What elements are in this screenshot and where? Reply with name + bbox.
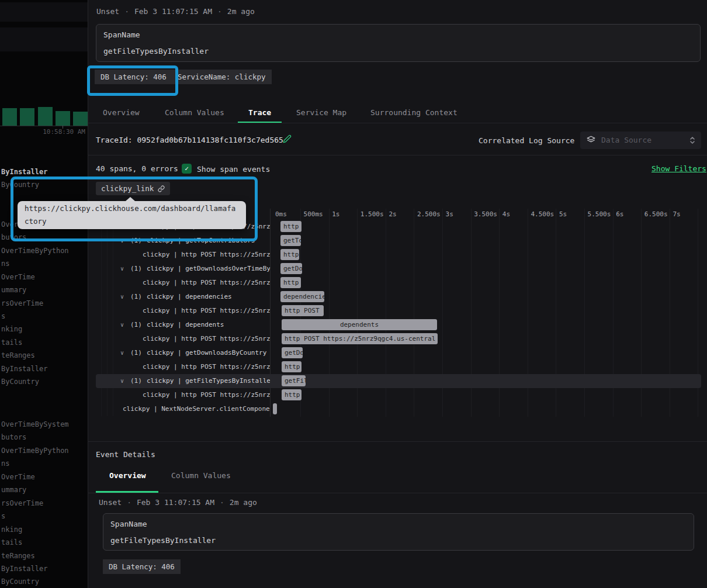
tooltip-url-line1: https://clickpy.clickhouse.com/dashboard… [25,202,239,215]
span-duration-bar[interactable]: getDownloadsByCountry [282,347,303,358]
tab-service-map[interactable]: Service Map [296,108,346,117]
tab-overview-bottom[interactable]: Overview [109,471,146,480]
background-list-item: OverTimeBySystem [1,420,69,428]
span-name: clickpy | dependents [147,318,270,332]
span-child-count: (1) [130,374,142,388]
span-duration-bar[interactable]: dependents [282,319,437,330]
span-name: clickpy | NextNodeServer.clientComponent… [123,402,270,416]
span-row[interactable]: clickpy | NextNodeServer.clientComponent… [96,402,701,416]
timeline-tick-label: 2.500s [417,210,441,218]
span-child-count: (1) [130,346,142,360]
show-span-events-label[interactable]: Show span events [197,165,270,174]
timeline-tick-label: 500ms [304,210,323,218]
chevron-down-icon[interactable]: ∨ [120,290,124,304]
span-row[interactable]: clickpy | http POST https://z5nrz9qgc4.u… [96,304,701,318]
tab-surrounding-context[interactable]: Surrounding Context [370,108,458,117]
severity-label: Unset [96,7,119,16]
span-row[interactable]: clickpy | http POST https://z5nrz9qgc4.u… [96,388,701,402]
span-name-key: SpanName [110,520,147,528]
background-list-item: ByCountry [1,577,39,586]
span-duration-bar[interactable]: getDownloadsOverTimeBySystem [280,263,302,274]
span-child-count: (1) [130,318,142,332]
chevron-down-icon[interactable]: ∨ [120,346,124,360]
trace-id-label: TraceId: [96,136,133,144]
span-duration-bar[interactable]: getFileTypesByInstaller [282,375,306,386]
show-filters-link[interactable]: Show Filters [651,164,706,173]
background-list-item: OverTimeByPython [1,447,69,455]
span-duration-bar[interactable] [273,403,277,414]
span-child-count: (1) [130,262,142,276]
chevron-down-icon[interactable]: ∨ [120,262,124,276]
link-url-tooltip: https://clickpy.clickhouse.com/dashboard… [18,201,246,229]
background-list-item: OverTimeByPython [1,247,69,255]
span-duration-bar[interactable]: http POST https://z5nrz9qgc4.us-central [282,389,301,400]
event-details-title: Event Details [96,450,155,459]
span-duration-bar[interactable]: dependencies [280,291,324,302]
span-row[interactable]: clickpy | http POST https://z5nrz9qgc4.u… [96,360,701,374]
tooltip-url-line2: ctory [25,215,239,228]
timeline-tick-label: 5s [559,210,567,218]
background-list-item: OverTime [1,473,35,481]
separator: · [220,498,224,507]
timeline-tick-label: 4s [502,210,510,218]
span-count-summary: 40 spans, 0 errors [96,164,178,173]
span-name-card: SpanName getFileTypesByInstaller [103,513,694,551]
background-list-item: rsOverTime [1,499,43,507]
span-name: clickpy | http POST https://z5nrz9qgc4.u… [143,304,270,318]
timeline-tick-label: 2s [389,210,396,218]
tab-column-values[interactable]: Column Values [165,108,224,117]
event-detail-panel: Unset · Feb 3 11:07:15 AM · 2m ago SpanN… [88,0,707,588]
span-row[interactable]: ∨(1)clickpy | dependenciesdependencies [96,290,701,304]
section-divider [88,441,707,442]
highlight-box-db-latency [87,65,178,96]
edit-pencil-icon[interactable] [283,134,292,146]
span-row[interactable]: ∨(1)clickpy | getFileTypesByInstallerget… [96,374,701,388]
span-duration-bar[interactable]: http POST https://z5nrz9qgc4.us-central [280,249,299,260]
correlated-log-source-label: Correlated Log Source [479,136,574,145]
span-duration-bar[interactable]: http POST https://z5nrz9qgc4.us-central [282,305,324,316]
background-list-item: s [1,312,5,320]
chevron-down-icon[interactable]: ∨ [120,374,124,388]
trace-id-value: 0952fad0b67b114138fc110f3c7ed565 [137,136,283,144]
chevron-down-icon[interactable]: ∨ [120,318,124,332]
service-name-badge[interactable]: ServiceName: clickpy [172,70,272,84]
span-name: clickpy | getDownloadsByCountry [147,346,270,360]
span-row[interactable]: ∨(1)clickpy | getDownloadsOverTimeBySyst… [96,262,701,276]
background-list-item: tails [1,538,22,547]
background-list-item: ByInstaller [1,365,47,373]
span-row[interactable]: clickpy | http POST https://z5nrz9qgc4.u… [96,276,701,290]
data-source-select[interactable]: Data Source [580,132,701,149]
span-row[interactable]: ∨(1)clickpy | getDownloadsByCountrygetDo… [96,346,701,360]
db-latency-badge[interactable]: DB Latency: 406 [103,559,181,574]
timeline-tick-label: 1s [332,210,339,218]
span-row[interactable]: ∨(1)clickpy | dependentsdependents [96,318,701,332]
span-duration-bar[interactable]: http POST https://z5nrz9qgc4.us-central [282,361,301,372]
event-status-line: Unset · Feb 3 11:07:15 AM · 2m ago [96,7,255,16]
span-row[interactable]: clickpy | http POST https://z5nrz9qgc4.u… [96,248,701,262]
tab-overview[interactable]: Overview [103,108,140,117]
span-row[interactable]: clickpy | http POST https://z5nrz9qgc4.u… [96,332,701,346]
mini-chart-time-label: 10:58:30 AM [0,128,85,136]
background-list-item: rsOverTime [1,299,43,307]
span-duration-bar[interactable]: getTopContributors [280,235,301,246]
background-list-item: ummary [1,286,26,294]
separator: · [127,498,131,507]
timeline-tick-label: 1.500s [361,210,384,218]
span-duration-bar[interactable]: http POST https://z5nrz9qgc4.us-central [280,221,301,232]
span-duration-bar[interactable]: http POST https://z5nrz9qgc4.us-central [282,333,438,344]
span-name: clickpy | http POST https://z5nrz9qgc4.u… [143,332,270,346]
span-name-key: SpanName [103,30,140,39]
background-list-item: ns [1,260,9,268]
show-span-events-checkbox[interactable]: ✓ [182,164,192,174]
mini-chart-bar [38,107,53,126]
tab-trace[interactable]: Trace [248,108,271,117]
background-list-item: nking [1,525,22,534]
tab-column-values-bottom[interactable]: Column Values [171,471,231,480]
span-duration-bar[interactable]: http POST https://z5nrz9qgc4.us-central [280,277,301,288]
chevron-up-down-icon [689,136,695,144]
event-status-line: Unset · Feb 3 11:07:15 AM · 2m ago [99,498,257,507]
separator: · [217,7,222,16]
timeline-tick-label: 7s [673,210,680,218]
span-name: clickpy | getDownloadsOverTimeBySystem [147,262,270,276]
background-list-item: butors [1,433,26,441]
